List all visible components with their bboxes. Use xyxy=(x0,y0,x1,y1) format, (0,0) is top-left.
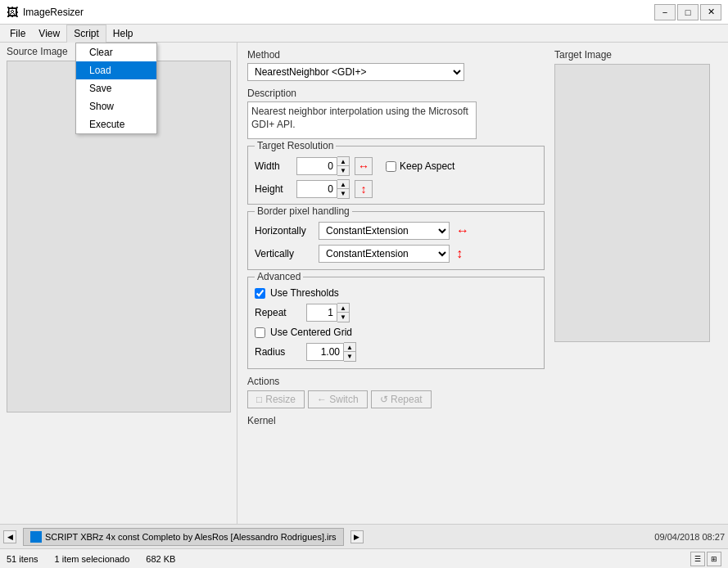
height-icon-btn[interactable]: ↕ xyxy=(355,180,373,198)
scroll-arrows-right: ▶ xyxy=(350,530,364,543)
radius-label: Radius xyxy=(255,346,300,358)
status-bar: 51 itens 1 item selecionado 682 KB ☰ ⊞ xyxy=(0,548,728,568)
script-dropdown: Clear Load Save Show Execute xyxy=(75,43,157,134)
settings-column: Method NearestNeighbor <GDI+> Bilinear B… xyxy=(247,49,545,433)
width-spin-up[interactable]: ▲ xyxy=(337,157,349,166)
script-menu-execute[interactable]: Execute xyxy=(76,115,156,133)
taskbar: ◀ SCRIPT XBRz 4x const Completo by AlesR… xyxy=(0,524,728,548)
vertically-label: Vertically xyxy=(255,248,312,259)
taskbar-left: ◀ SCRIPT XBRz 4x const Completo by AlesR… xyxy=(3,528,364,546)
app-icon: 🖼 xyxy=(7,6,18,19)
radius-spin-up[interactable]: ▲ xyxy=(344,343,355,352)
resize-icon: □ xyxy=(256,394,262,405)
kernel-label: Kernel xyxy=(247,415,545,426)
scroll-left-arrow[interactable]: ◀ xyxy=(3,530,16,543)
radius-row: Radius ▲ ▼ xyxy=(255,342,537,362)
actions-section: Actions □ Resize ← Switch ↺ Repeat xyxy=(247,376,545,408)
script-menu-save[interactable]: Save xyxy=(76,79,156,97)
repeat-label: Repeat xyxy=(255,307,300,318)
use-thresholds-row: Use Thresholds xyxy=(255,287,537,299)
repeat-spin-down[interactable]: ▼ xyxy=(337,313,349,322)
target-resolution-label: Target Resolution xyxy=(255,140,336,151)
width-input-group: ▲ ▼ xyxy=(296,156,350,176)
radius-input[interactable] xyxy=(306,343,344,361)
kernel-section: Kernel xyxy=(247,415,545,426)
status-size: 682 KB xyxy=(146,554,175,564)
repeat-input[interactable] xyxy=(306,304,337,322)
menu-help[interactable]: Help xyxy=(106,25,140,43)
height-input-group: ▲ ▼ xyxy=(296,179,350,199)
list-view-button[interactable]: ☰ xyxy=(690,552,705,566)
menu-file[interactable]: File xyxy=(3,25,32,43)
switch-button[interactable]: ← Switch xyxy=(308,390,368,408)
advanced-section: Advanced Use Thresholds Repeat ▲ xyxy=(247,277,545,369)
method-select[interactable]: NearestNeighbor <GDI+> Bilinear Bicubic xyxy=(247,63,464,81)
height-spin-down[interactable]: ▼ xyxy=(337,189,349,198)
script-menu-load[interactable]: Load xyxy=(76,61,156,79)
description-section: Description Nearest neighbor interpolati… xyxy=(247,88,545,139)
height-row: Height ▲ ▼ ↕ xyxy=(255,179,537,199)
border-pixel-section: Border pixel handling Horizontally Const… xyxy=(247,211,545,270)
horizontally-select[interactable]: ConstantExtension Mirror Periodic xyxy=(319,222,450,240)
keep-aspect-checkbox[interactable] xyxy=(386,161,396,172)
width-label: Width xyxy=(255,160,292,172)
resize-button[interactable]: □ Resize xyxy=(247,390,305,408)
height-input[interactable] xyxy=(296,180,337,198)
status-left: 51 itens 1 item selecionado 682 KB xyxy=(7,554,175,564)
actions-label: Actions xyxy=(247,376,545,387)
target-image-area xyxy=(554,64,710,342)
horizontal-arrow-icon: ↔ xyxy=(456,223,469,238)
width-icon-btn[interactable]: ↔ xyxy=(355,157,373,175)
description-text: Nearest neighbor interpolation using the… xyxy=(247,101,477,139)
maximize-button[interactable]: □ xyxy=(677,4,699,20)
grid-view-button[interactable]: ⊞ xyxy=(707,552,721,566)
taskbar-item-icon xyxy=(30,531,42,543)
repeat-action-button[interactable]: ↺ Repeat xyxy=(371,390,432,408)
width-spin-down[interactable]: ▼ xyxy=(337,166,349,175)
repeat-row: Repeat ▲ ▼ xyxy=(255,303,537,322)
action-buttons: □ Resize ← Switch ↺ Repeat xyxy=(247,390,545,408)
radius-spin-down[interactable]: ▼ xyxy=(344,352,355,361)
script-menu-clear[interactable]: Clear xyxy=(76,43,156,61)
keep-aspect-group: Keep Aspect xyxy=(386,160,454,172)
vertically-select[interactable]: ConstantExtension Mirror Periodic xyxy=(319,245,450,263)
target-resolution-section: Target Resolution Width ▲ ▼ ↔ xyxy=(247,146,545,205)
script-menu-show[interactable]: Show xyxy=(76,97,156,115)
scroll-right-arrow[interactable]: ▶ xyxy=(350,530,364,543)
minimize-button[interactable]: − xyxy=(654,4,676,20)
menu-view[interactable]: View xyxy=(32,25,66,43)
method-section: Method NearestNeighbor <GDI+> Bilinear B… xyxy=(247,49,545,81)
title-bar: 🖼 ImageResizer − □ ✕ xyxy=(0,0,728,25)
settings-panel: Method NearestNeighbor <GDI+> Bilinear B… xyxy=(237,43,728,524)
use-thresholds-checkbox[interactable] xyxy=(255,288,265,299)
resize-label: Resize xyxy=(265,394,296,405)
status-item-count: 51 itens xyxy=(7,554,38,564)
height-spin-up[interactable]: ▲ xyxy=(337,180,349,189)
close-button[interactable]: ✕ xyxy=(700,4,721,20)
vertically-row: Vertically ConstantExtension Mirror Peri… xyxy=(255,245,537,263)
use-thresholds-label: Use Thresholds xyxy=(270,287,339,299)
taskbar-script-item[interactable]: SCRIPT XBRz 4x const Completo by AlesRos… xyxy=(23,528,344,546)
menu-script[interactable]: Script xyxy=(66,25,106,43)
horizontally-label: Horizontally xyxy=(255,225,312,237)
use-centered-grid-row: Use Centered Grid xyxy=(255,327,537,338)
description-label: Description xyxy=(247,88,545,99)
repeat-input-group: ▲ ▼ xyxy=(306,303,350,322)
window-controls: − □ ✕ xyxy=(654,4,721,20)
app-title: ImageResizer xyxy=(23,7,84,18)
repeat-spin-up[interactable]: ▲ xyxy=(337,304,349,313)
scroll-arrows-left: ◀ xyxy=(3,530,16,543)
use-centered-grid-checkbox[interactable] xyxy=(255,327,265,338)
height-label: Height xyxy=(255,183,292,195)
width-input[interactable] xyxy=(296,157,337,175)
repeat-action-label: ↺ Repeat xyxy=(380,394,423,405)
status-selected: 1 item selecionado xyxy=(55,554,130,564)
taskbar-script-name: SCRIPT XBRz 4x const Completo by AlesRos… xyxy=(45,532,337,542)
target-image-label: Target Image xyxy=(554,49,718,61)
taskbar-timestamp: 09/04/2018 08:27 xyxy=(654,532,725,542)
settings-layout: Method NearestNeighbor <GDI+> Bilinear B… xyxy=(247,49,718,433)
width-row: Width ▲ ▼ ↔ Keep Aspect xyxy=(255,156,537,176)
use-centered-grid-label: Use Centered Grid xyxy=(270,327,352,338)
advanced-label: Advanced xyxy=(255,271,303,282)
horizontally-row: Horizontally ConstantExtension Mirror Pe… xyxy=(255,222,537,240)
